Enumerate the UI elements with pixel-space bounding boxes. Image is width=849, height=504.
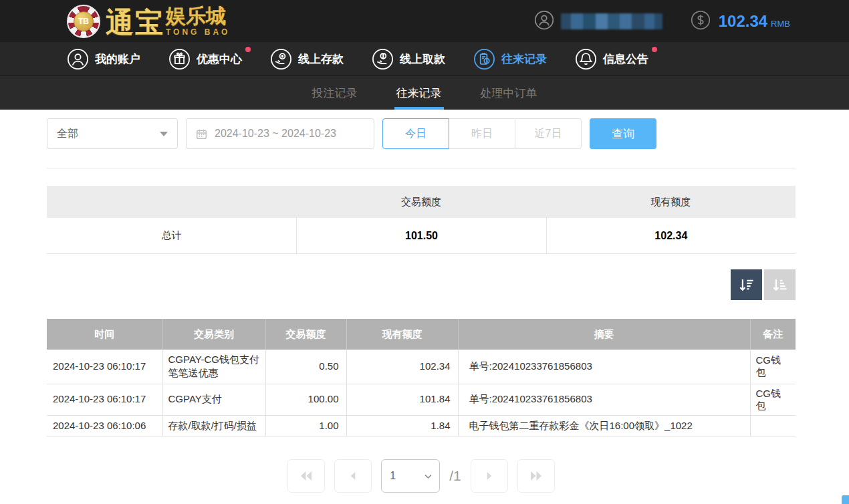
summary-header-balance: 现有额度 (546, 186, 796, 218)
last-page-button[interactable] (517, 459, 555, 493)
page-select-wrap: 1 (381, 459, 440, 493)
quick-date-group: 今日 昨日 近7日 (382, 118, 582, 149)
next-page-button[interactable] (471, 459, 508, 493)
cell-time: 2024-10-23 06:10:17 (47, 384, 162, 415)
sort-descending-button[interactable] (731, 269, 762, 300)
nav-label: 优惠中心 (197, 51, 242, 67)
cell-note: CG钱包 (750, 384, 796, 415)
double-left-arrow-icon (298, 468, 314, 484)
summary-header-transaction: 交易额度 (296, 186, 545, 218)
double-right-arrow-icon (528, 468, 544, 484)
transactions-table: 时间 交易类别 交易额度 现有额度 摘要 备注 2024-10-23 06:10… (47, 319, 796, 436)
date-range-value: 2024-10-23 ~ 2024-10-23 (215, 128, 336, 140)
nav-item-announcements[interactable]: 信息公告 (575, 48, 648, 70)
left-arrow-icon (346, 469, 360, 483)
account-summary: 102.34 RMB (534, 10, 849, 33)
cell-note (750, 415, 796, 436)
search-button[interactable]: 查询 (590, 118, 656, 149)
summary-total-row: 总计 101.50 102.34 (47, 218, 796, 254)
table-row: 2024-10-23 06:10:17 CGPAY支付 100.00 101.8… (47, 384, 796, 415)
logo-tagline: TONG BAO (166, 27, 230, 37)
cell-amount: 100.00 (265, 384, 346, 415)
summary-header-row: 交易额度 现有额度 (47, 186, 796, 218)
filter-row: 全部 2024-10-23 ~ 2024-10-23 今日 昨日 近7日 查询 (47, 118, 796, 149)
select-value: 全部 (57, 127, 78, 141)
gift-icon (168, 48, 191, 70)
notification-dot (652, 47, 657, 52)
cell-summary: 电子钱包第二重存款彩金《次日16:00领取》_1022 (458, 415, 750, 436)
active-tab-underline (394, 107, 444, 110)
user-icon (67, 48, 89, 70)
tab-label: 往来记录 (396, 86, 442, 101)
table-header-row: 时间 交易类别 交易额度 现有额度 摘要 备注 (47, 319, 796, 350)
col-header-amount: 交易额度 (265, 319, 346, 350)
cell-type: 存款/取款/打码/损益 (162, 415, 265, 436)
first-page-button[interactable] (287, 459, 325, 493)
table-row: 2024-10-23 06:10:06 存款/取款/打码/损益 1.00 1.8… (47, 415, 796, 436)
cell-time: 2024-10-23 06:10:17 (47, 350, 162, 384)
quick-button-yesterday[interactable]: 昨日 (449, 118, 515, 149)
logo-text: 通宝 娱乐城 TONG BAO (106, 6, 230, 37)
tab-betting-records[interactable]: 投注记录 (312, 76, 358, 110)
logo-title-sub: 娱乐城 (166, 6, 226, 26)
summary-header-blank (47, 186, 296, 218)
tab-transaction-records[interactable]: 往来记录 (396, 76, 442, 110)
nav-item-promotions[interactable]: 优惠中心 (168, 48, 242, 70)
chevron-down-icon (160, 132, 168, 136)
summary-balance-total: 102.34 (546, 218, 796, 253)
cell-time: 2024-10-23 06:10:06 (47, 415, 162, 436)
logo-title-main: 通宝 (106, 9, 164, 37)
col-header-type: 交易类别 (162, 319, 265, 350)
col-header-summary: 摘要 (458, 319, 750, 350)
sort-descending-icon (737, 276, 755, 294)
table-row: 2024-10-23 06:10:17 CGPAY-CG钱包支付笔笔送优惠 0.… (47, 350, 796, 384)
summary-total-label: 总计 (47, 218, 296, 253)
cell-amount: 1.00 (265, 415, 346, 436)
tab-label: 处理中订单 (481, 86, 537, 101)
cell-note: CG钱包 (750, 350, 796, 384)
col-header-balance: 现有额度 (346, 319, 458, 350)
cell-balance: 101.84 (346, 384, 458, 415)
section-divider (47, 168, 796, 168)
sort-controls (47, 269, 796, 300)
sort-ascending-button[interactable] (764, 269, 796, 300)
bell-icon (575, 48, 597, 70)
nav-item-deposit[interactable]: 线上存款 (270, 48, 344, 70)
top-header: TB 通宝 娱乐城 TONG BAO 102.34 RMB (0, 0, 849, 42)
col-header-time: 时间 (47, 319, 162, 350)
summary-transaction-total: 101.50 (296, 218, 545, 253)
cell-balance: 102.34 (346, 350, 458, 384)
quick-button-today[interactable]: 今日 (382, 118, 449, 149)
balance-amount[interactable]: 102.34 (719, 12, 767, 31)
site-logo[interactable]: TB 通宝 娱乐城 TONG BAO (67, 5, 230, 38)
nav-item-withdraw[interactable]: 线上取款 (372, 48, 445, 70)
nav-item-transaction-records[interactable]: 往来记录 (473, 48, 547, 70)
nav-item-my-account[interactable]: 我的账户 (67, 48, 140, 70)
date-range-picker[interactable]: 2024-10-23 ~ 2024-10-23 (186, 118, 374, 149)
nav-label: 线上存款 (298, 51, 344, 67)
balance-currency: RMB (771, 19, 790, 29)
tab-label: 投注记录 (312, 86, 358, 101)
main-content: 全部 2024-10-23 ~ 2024-10-23 今日 昨日 近7日 查询 … (0, 118, 849, 493)
floating-widget-edge[interactable] (842, 495, 849, 504)
withdraw-icon (372, 48, 394, 70)
record-tabs: 投注记录 往来记录 处理中订单 (0, 76, 849, 110)
total-pages-label: /1 (449, 468, 461, 484)
user-avatar-icon (534, 10, 554, 33)
transaction-type-select[interactable]: 全部 (47, 118, 178, 149)
username-redacted[interactable] (561, 13, 662, 29)
cell-amount: 0.50 (265, 350, 346, 384)
nav-label: 往来记录 (501, 51, 547, 67)
page-select[interactable]: 1 (390, 470, 434, 481)
records-icon (473, 48, 495, 70)
tab-processing-orders[interactable]: 处理中订单 (481, 76, 537, 110)
cell-summary: 单号:202410233761856803 (458, 350, 750, 384)
nav-label: 我的账户 (95, 51, 140, 67)
col-header-note: 备注 (750, 319, 796, 350)
previous-page-button[interactable] (334, 459, 372, 493)
deposit-icon (270, 48, 292, 70)
quick-button-last7days[interactable]: 近7日 (515, 118, 582, 149)
sort-ascending-icon (771, 276, 789, 294)
notification-dot (245, 47, 251, 52)
nav-label: 信息公告 (603, 51, 648, 67)
